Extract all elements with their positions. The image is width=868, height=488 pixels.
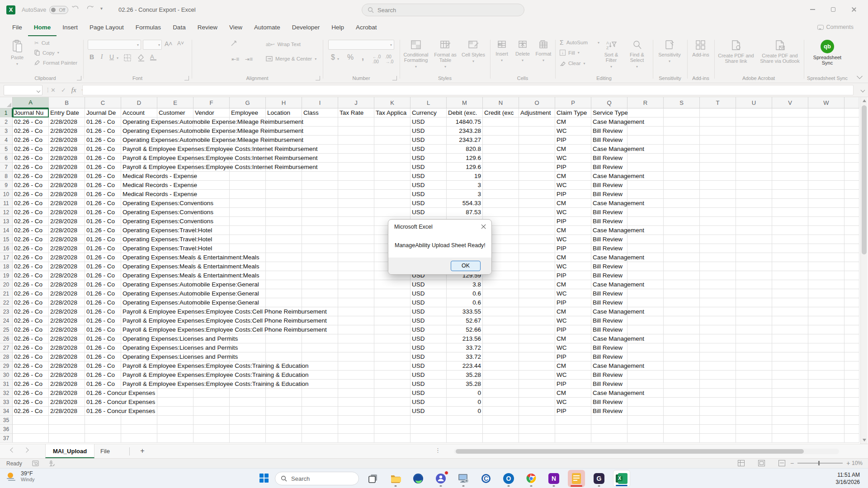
column-header-H[interactable]: H: [266, 97, 302, 108]
cell-V12[interactable]: [772, 208, 808, 217]
cell-P13[interactable]: PIP: [555, 217, 591, 226]
clear-button[interactable]: Clear▾: [560, 61, 585, 66]
cell-Q3[interactable]: Bill Review: [591, 127, 627, 136]
cell-A4[interactable]: 02.26 - Co: [13, 136, 49, 145]
cell-W21[interactable]: [808, 289, 844, 298]
cell-J18[interactable]: [338, 262, 374, 271]
cell-C20[interactable]: 01.26 - Co: [85, 280, 121, 289]
cell-W15[interactable]: [808, 235, 844, 244]
cell-I37[interactable]: [302, 434, 338, 443]
cell-T33[interactable]: [700, 398, 736, 407]
cell-D14[interactable]: Operating Expenses:Travel:Hotel: [121, 226, 157, 235]
cell-U26[interactable]: [736, 334, 772, 343]
cell-T28[interactable]: [700, 352, 736, 361]
cell-S2[interactable]: [664, 117, 700, 127]
cell-W4[interactable]: [808, 136, 844, 145]
cell-A30[interactable]: 02.26 - Co: [13, 371, 49, 380]
cell-C16[interactable]: 01.26 - Co: [85, 244, 121, 253]
cell-V30[interactable]: [772, 371, 808, 380]
ok-button[interactable]: OK: [451, 261, 481, 271]
cell-T17[interactable]: [700, 253, 736, 262]
cell-K2[interactable]: [374, 117, 410, 127]
cell-Q26[interactable]: Case Management: [591, 334, 627, 343]
cell-partial-32[interactable]: [844, 389, 859, 398]
number-dialog-launcher-icon[interactable]: [392, 76, 397, 80]
cell-V18[interactable]: [772, 262, 808, 271]
row-header-34[interactable]: 34: [0, 407, 13, 416]
cell-S37[interactable]: [664, 434, 700, 443]
cell-N21[interactable]: [483, 289, 519, 298]
cell-S8[interactable]: [664, 172, 700, 181]
cell-U12[interactable]: [736, 208, 772, 217]
cell-Q35[interactable]: [591, 416, 627, 425]
cell-O37[interactable]: [519, 434, 555, 443]
cell-W20[interactable]: [808, 280, 844, 289]
cell-B2[interactable]: 2/28/2028: [49, 117, 85, 127]
cell-C14[interactable]: 01.26 - Co: [85, 226, 121, 235]
cell-A22[interactable]: 02.26 - Co: [13, 298, 49, 307]
cell-P31[interactable]: PIP: [555, 380, 591, 389]
cell-R37[interactable]: [627, 434, 664, 443]
cell-T12[interactable]: [700, 208, 736, 217]
cell-N1[interactable]: Credit (exc: [483, 108, 519, 117]
cell-N25[interactable]: [483, 325, 519, 334]
cell-T11[interactable]: [700, 199, 736, 208]
cell-A17[interactable]: 02.26 - Co: [13, 253, 49, 262]
cell-H13[interactable]: [266, 217, 302, 226]
cell-B1[interactable]: Entry Date: [49, 108, 85, 117]
cell-I21[interactable]: [302, 289, 338, 298]
cell-P29[interactable]: CM: [555, 361, 591, 371]
cell-G12[interactable]: [230, 208, 266, 217]
cell-I33[interactable]: [302, 398, 338, 407]
cell-B11[interactable]: 2/28/2028: [49, 199, 85, 208]
cell-C10[interactable]: 01.26 - Co: [85, 190, 121, 199]
cell-P14[interactable]: CM: [555, 226, 591, 235]
cell-U17[interactable]: [736, 253, 772, 262]
copy-button[interactable]: Copy▾: [34, 50, 59, 56]
cell-O10[interactable]: [519, 190, 555, 199]
cell-P9[interactable]: WC: [555, 181, 591, 190]
cell-G1[interactable]: Employee: [230, 108, 266, 117]
cell-A24[interactable]: 02.26 - Co: [13, 316, 49, 325]
cell-P20[interactable]: CM: [555, 280, 591, 289]
column-header-W[interactable]: W: [808, 97, 844, 108]
column-header-D[interactable]: D: [121, 97, 157, 108]
cell-Q33[interactable]: Bill Review: [591, 398, 627, 407]
cell-B8[interactable]: 2/28/2028: [49, 172, 85, 181]
cell-Q12[interactable]: Bill Review: [591, 208, 627, 217]
clipboard-dialog-launcher-icon[interactable]: [77, 76, 81, 80]
cell-U19[interactable]: [736, 271, 772, 280]
cell-M36[interactable]: [447, 425, 483, 434]
cell-K36[interactable]: [374, 425, 410, 434]
cell-G13[interactable]: [230, 217, 266, 226]
cell-J1[interactable]: Tax Rate: [338, 108, 374, 117]
cell-K23[interactable]: [374, 307, 410, 316]
cell-W30[interactable]: [808, 371, 844, 380]
cancel-entry-icon[interactable]: ✕: [51, 87, 56, 94]
cell-J26[interactable]: [338, 334, 374, 343]
cell-N4[interactable]: [483, 136, 519, 145]
undo-button[interactable]: [71, 5, 80, 12]
cell-U3[interactable]: [736, 127, 772, 136]
cell-M28[interactable]: 33.72: [447, 352, 483, 361]
cell-U23[interactable]: [736, 307, 772, 316]
cell-O32[interactable]: [519, 389, 555, 398]
cell-D9[interactable]: Medical Records - Expense: [121, 181, 157, 190]
cell-P7[interactable]: PIP: [555, 163, 591, 172]
cell-K1[interactable]: Tax Applica: [374, 108, 410, 117]
cell-M37[interactable]: [447, 434, 483, 443]
cell-H33[interactable]: [266, 398, 302, 407]
cell-O27[interactable]: [519, 343, 555, 352]
cell-W9[interactable]: [808, 181, 844, 190]
cell-L5[interactable]: USD: [410, 145, 447, 154]
cell-B14[interactable]: 2/28/2028: [49, 226, 85, 235]
cell-B20[interactable]: 2/28/2028: [49, 280, 85, 289]
minimize-button[interactable]: [802, 3, 823, 16]
fill-color-icon[interactable]: [137, 54, 145, 61]
cell-A32[interactable]: 02.26 - Co: [13, 389, 49, 398]
cell-K20[interactable]: [374, 280, 410, 289]
cell-R33[interactable]: [627, 398, 664, 407]
menu-tab-view[interactable]: View: [223, 20, 248, 36]
cell-P10[interactable]: PIP: [555, 190, 591, 199]
cell-A37[interactable]: [13, 434, 49, 443]
